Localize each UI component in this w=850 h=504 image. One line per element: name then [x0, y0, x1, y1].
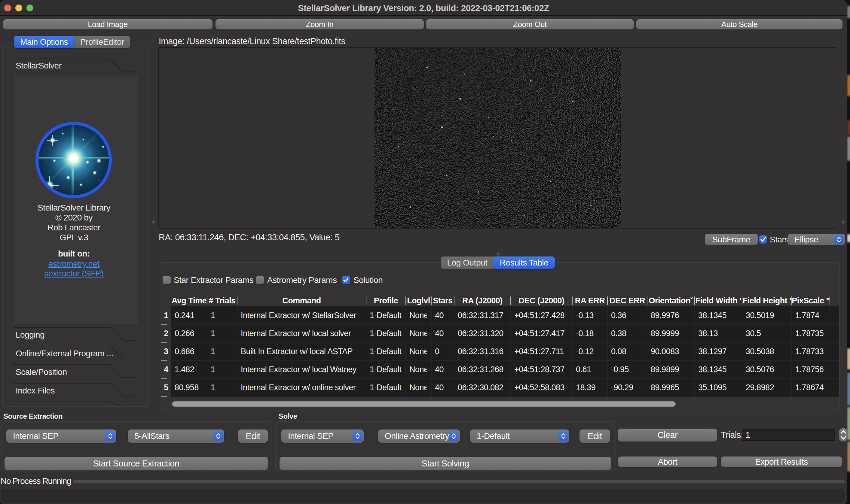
table-cell[interactable]: 0.686 [171, 342, 203, 360]
table-cell[interactable]: 30.5 [742, 324, 787, 342]
table-cell[interactable]: +04:51:27.711 [511, 342, 568, 360]
clear-button[interactable]: Clear [618, 429, 717, 442]
column-header[interactable]: Orientation˚ [647, 295, 695, 306]
table-cell[interactable]: 0.61 [572, 360, 603, 378]
splitter-handle[interactable] [842, 220, 845, 224]
astrometry-link[interactable]: astrometry.net [48, 259, 100, 269]
table-cell[interactable]: -0.18 [572, 324, 603, 342]
table-cell[interactable]: 38.1345 [695, 306, 738, 324]
table-cell[interactable]: 30.5038 [742, 342, 787, 360]
toolbox-item-stellarsolver[interactable]: StellarSolver [16, 61, 62, 71]
table-cell[interactable]: 1-Default [366, 306, 402, 324]
column-header[interactable]: DEC ERR " [607, 295, 647, 306]
table-cell[interactable]: +04:51:27.428 [511, 306, 568, 324]
column-header[interactable]: # Trials [207, 295, 237, 306]
row-number[interactable]: 2 [161, 324, 171, 342]
splitter-handle[interactable] [497, 252, 500, 256]
row-number[interactable]: 5 [161, 378, 171, 396]
table-cell[interactable]: -0.13 [572, 306, 603, 324]
table-cell[interactable]: 40 [431, 306, 450, 324]
table-cell[interactable]: 89.9976 [647, 306, 690, 324]
zoom-out-button[interactable]: Zoom Out [426, 19, 634, 30]
row-number[interactable]: 4 [161, 360, 171, 378]
table-cell[interactable]: 38.13 [695, 324, 738, 342]
column-header[interactable]: RA ERR " [572, 295, 607, 306]
table-cell[interactable]: 1 [207, 306, 233, 324]
column-header[interactable]: Stars [431, 295, 454, 306]
table-cell[interactable]: 1-Default [366, 324, 402, 342]
trials-spin-arrows-icon[interactable] [839, 428, 847, 442]
start-source-extraction-button[interactable]: Start Source Extraction [4, 457, 268, 470]
sextractor-link[interactable]: sextractor (SEP) [44, 269, 104, 278]
solve-profile-select[interactable]: 1-Default [470, 430, 569, 443]
table-cell[interactable]: +04:51:28.737 [511, 360, 568, 378]
table-cell[interactable]: None [406, 378, 427, 396]
table-cell[interactable]: 80.958 [171, 378, 203, 396]
table-cell[interactable]: None [406, 324, 427, 342]
table-cell[interactable]: 06:32:31.268 [454, 360, 506, 378]
tab-results-table[interactable]: Results Table [493, 256, 555, 269]
table-cell[interactable]: 30.5076 [742, 360, 787, 378]
column-header[interactable]: Field Width ' [695, 295, 742, 306]
zoom-in-button[interactable]: Zoom In [215, 19, 424, 30]
toolbox-item-index-files[interactable]: Index Files [16, 386, 55, 396]
table-cell[interactable]: 06:32:30.082 [454, 378, 506, 396]
image-viewport[interactable] [158, 47, 837, 229]
table-cell[interactable]: Internal Extractor w/ StellarSolver [237, 306, 362, 324]
table-cell[interactable]: 30.5019 [742, 306, 787, 324]
table-cell[interactable]: 29.8982 [742, 378, 787, 396]
star-extractor-params-checkbox[interactable] [162, 276, 171, 284]
table-cell[interactable]: 18.39 [572, 378, 603, 396]
star-shape-select[interactable]: Ellipse [788, 234, 845, 246]
table-cell[interactable]: 0.266 [171, 324, 203, 342]
trials-spinbox-field[interactable] [742, 429, 835, 440]
toolbox-item-scale-position[interactable]: Scale/Position [16, 367, 67, 377]
table-cell[interactable]: +04:51:27.417 [511, 324, 568, 342]
table-cell[interactable]: 1-Default [366, 378, 402, 396]
results-table[interactable]: Avg Time# TrialsCommandProfileLoglvlStar… [161, 295, 839, 397]
column-header[interactable]: Command [237, 295, 366, 306]
table-cell[interactable]: -0.12 [572, 342, 603, 360]
table-cell[interactable]: 0.36 [607, 306, 643, 324]
table-cell[interactable]: 1.78756 [792, 360, 826, 378]
column-header[interactable]: Loglvl [406, 295, 431, 306]
table-cell[interactable]: Internal Extractor w/ local solver [237, 324, 362, 342]
auto-scale-button[interactable]: Auto Scale [636, 19, 843, 30]
table-cell[interactable]: 0.38 [607, 324, 643, 342]
column-header[interactable]: PixScale " [792, 295, 830, 306]
tab-log-output[interactable]: Log Output [440, 256, 494, 269]
load-image-button[interactable]: Load Image [3, 19, 212, 30]
table-cell[interactable]: Internal Extractor w/ local Watney [237, 360, 362, 378]
table-cell[interactable]: 1.78735 [792, 324, 826, 342]
column-header[interactable]: RA (J2000) [454, 295, 511, 306]
column-header[interactable]: Profile [366, 295, 406, 306]
table-cell[interactable]: +04:52:58.083 [511, 378, 568, 396]
solve-edit-button[interactable]: Edit [579, 430, 610, 443]
table-cell[interactable]: 0.08 [607, 342, 643, 360]
subframe-button[interactable]: SubFrame [705, 234, 758, 246]
solve-extractor-select[interactable]: Internal SEP [281, 430, 364, 443]
table-cell[interactable]: 40 [431, 324, 450, 342]
horizontal-scrollbar-thumb[interactable] [172, 401, 676, 407]
table-cell[interactable]: 38.1297 [695, 342, 738, 360]
table-cell[interactable]: 1 [207, 360, 233, 378]
column-header[interactable]: Avg Time [171, 295, 207, 306]
solution-checkbox[interactable] [342, 276, 350, 284]
table-cell[interactable]: 0 [431, 342, 450, 360]
row-number[interactable]: 1 [161, 306, 171, 324]
table-cell[interactable]: 89.9965 [647, 378, 690, 396]
row-number[interactable]: 3 [161, 342, 171, 360]
extraction-profile-select[interactable]: 5-AllStars [128, 430, 224, 443]
table-cell[interactable]: 1.78674 [792, 378, 826, 396]
trials-spinbox[interactable]: 1 [745, 429, 750, 442]
table-cell[interactable]: 1.7874 [792, 306, 826, 324]
abort-button[interactable]: Abort [618, 456, 717, 467]
table-cell[interactable]: 06:32:31.316 [454, 342, 506, 360]
tab-profile-editor[interactable]: ProfileEditor [74, 36, 130, 48]
table-cell[interactable]: 06:32:31.317 [454, 306, 506, 324]
extraction-edit-button[interactable]: Edit [238, 430, 268, 443]
column-header[interactable]: DEC (J2000) [511, 295, 572, 306]
column-header[interactable]: Field Height ' [742, 295, 792, 306]
table-cell[interactable]: None [406, 360, 427, 378]
toolbox-item-online-external[interactable]: Online/External Program ... [16, 349, 113, 358]
